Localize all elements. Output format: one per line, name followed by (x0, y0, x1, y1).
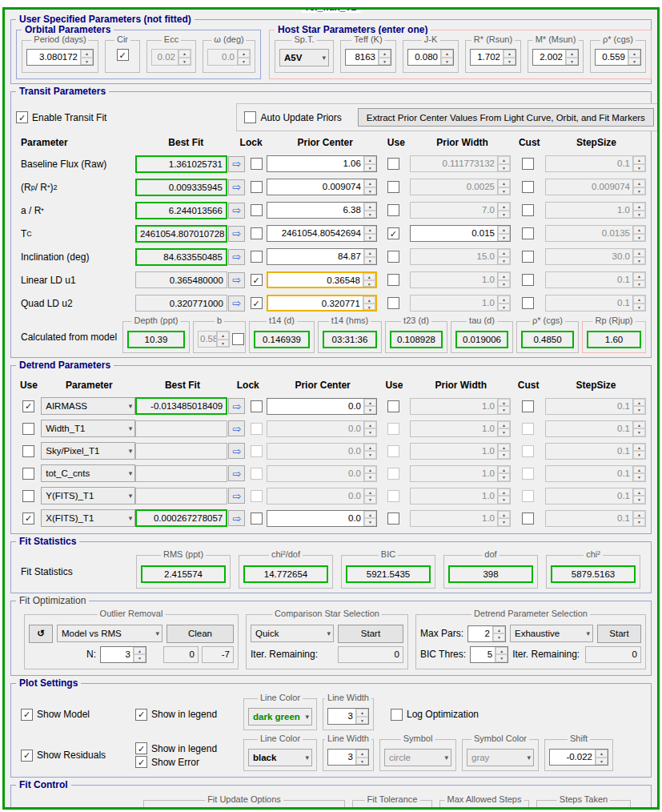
custom-stepsize-checkbox[interactable] (522, 297, 534, 309)
use-prior-checkbox[interactable] (387, 251, 399, 263)
spinner-buttons[interactable]: ▲▼ (363, 179, 376, 195)
auto-update-priors-checkbox-box[interactable] (244, 111, 256, 123)
transfer-best-fit-to-prior-button[interactable]: ⇨ (228, 488, 245, 504)
spinner-buttons[interactable]: ▲▼ (363, 203, 376, 218)
custom-stepsize-checkbox[interactable] (522, 251, 534, 263)
spin-up-icon[interactable]: ▲ (356, 750, 368, 758)
model-line-color-select[interactable]: dark green▾ (248, 708, 312, 726)
use-prior-checkbox[interactable] (387, 204, 399, 216)
spin-down-icon[interactable]: ▼ (364, 257, 376, 265)
show-residuals-checkbox-box[interactable]: ✓ (21, 750, 33, 762)
spin-down-icon[interactable]: ▼ (566, 58, 578, 66)
spin-up-icon[interactable]: ▲ (364, 511, 376, 519)
period-field[interactable]: 3.080172▲▼ (26, 49, 94, 66)
spin-up-icon[interactable]: ▲ (596, 750, 608, 758)
use-prior-checkbox[interactable] (387, 158, 399, 170)
spin-up-icon[interactable]: ▲ (364, 203, 376, 211)
spinner-buttons[interactable]: ▲▼ (363, 511, 376, 526)
spin-down-icon[interactable]: ▼ (364, 406, 376, 414)
spin-down-icon[interactable]: ▼ (495, 654, 508, 662)
spin-up-icon[interactable]: ▲ (134, 647, 146, 655)
use-prior-checkbox[interactable] (387, 297, 399, 309)
transfer-best-fit-to-prior-button[interactable]: ⇨ (228, 203, 245, 219)
show-error-checkbox-box[interactable]: ✓ (135, 756, 147, 768)
prior-center-field[interactable]: 0.36548▲▼ (267, 271, 377, 288)
spin-down-icon[interactable]: ▼ (81, 58, 93, 66)
outlier-method-select[interactable]: Model vs RMS▾ (57, 625, 162, 642)
spectral-type-select[interactable]: A5V▾ (279, 49, 329, 66)
rstar-field[interactable]: 1.702▲▼ (470, 49, 516, 66)
spin-down-icon[interactable]: ▼ (364, 518, 376, 526)
lock-checkbox[interactable] (251, 513, 263, 525)
use-prior-checkbox[interactable] (387, 274, 399, 286)
transfer-best-fit-to-prior-button[interactable]: ⇨ (228, 465, 245, 481)
spinner-buttons[interactable]: ▲▼ (363, 156, 376, 171)
spin-down-icon[interactable]: ▼ (493, 633, 505, 641)
max-pars-field[interactable]: 2▲▼ (467, 625, 506, 642)
residuals-show-in-legend-checkbox-box[interactable]: ✓ (135, 742, 147, 754)
enable-transit-fit-checkbox[interactable]: ✓ Enable Transit Fit (16, 111, 106, 123)
prior-center-field[interactable]: 1.06▲▼ (267, 155, 377, 172)
enable-transit-fit-checkbox-box[interactable]: ✓ (16, 111, 28, 123)
transfer-best-fit-to-prior-button[interactable]: ⇨ (228, 272, 245, 288)
spin-up-icon[interactable]: ▲ (364, 156, 376, 164)
spin-up-icon[interactable]: ▲ (493, 626, 505, 634)
show-residuals-checkbox[interactable]: ✓ Show Residuals (16, 750, 130, 762)
detrend-parameter-select[interactable]: Y(FITS)_T1▾ (41, 487, 135, 504)
spin-up-icon[interactable]: ▲ (566, 50, 578, 58)
show-error-checkbox[interactable]: ✓ Show Error (135, 756, 238, 768)
detrend-selection-start-button[interactable]: Start (597, 625, 641, 643)
spinner-buttons[interactable]: ▲▼ (565, 50, 578, 65)
spinner-buttons[interactable]: ▲▼ (363, 296, 375, 310)
model-line-width-field[interactable]: 3▲▼ (327, 708, 369, 725)
custom-stepsize-checkbox[interactable] (522, 400, 534, 412)
use-detrend-checkbox[interactable] (22, 490, 34, 502)
teff-field[interactable]: 8163▲▼ (345, 49, 391, 66)
residuals-line-width-field[interactable]: 3▲▼ (327, 749, 369, 766)
spin-up-icon[interactable]: ▲ (441, 50, 453, 58)
auto-update-priors-checkbox[interactable]: Auto Update Priors (244, 111, 341, 123)
spin-up-icon[interactable]: ▲ (495, 647, 508, 655)
use-prior-checkbox[interactable] (387, 513, 399, 525)
spinner-buttons[interactable]: ▲▼ (497, 226, 510, 241)
lock-checkbox[interactable]: ✓ (251, 274, 263, 286)
spin-up-icon[interactable]: ▲ (364, 179, 376, 187)
lock-checkbox[interactable] (251, 181, 263, 193)
spin-down-icon[interactable]: ▼ (596, 758, 608, 766)
spin-down-icon[interactable]: ▼ (363, 280, 375, 287)
spinner-buttons[interactable]: ▲▼ (440, 50, 453, 65)
transfer-best-fit-to-prior-button[interactable]: ⇨ (228, 295, 245, 312)
custom-stepsize-checkbox[interactable] (522, 513, 534, 525)
prior-center-field[interactable]: 6.38▲▼ (267, 202, 377, 219)
spinner-buttons[interactable]: ▲▼ (378, 50, 391, 65)
mstar-field[interactable]: 2.002▲▼ (532, 49, 579, 66)
spin-up-icon[interactable]: ▲ (364, 249, 376, 257)
show-model-checkbox-box[interactable]: ✓ (21, 709, 33, 721)
rhostar-field[interactable]: 0.559▲▼ (595, 49, 641, 66)
update-fit-now-button[interactable]: Update Fit Now (237, 809, 340, 810)
spinner-buttons[interactable]: ▲▼ (503, 50, 516, 65)
undo-outlier-removal-button[interactable]: ↺ (29, 625, 53, 643)
prior-center-field[interactable]: 0.009074▲▼ (267, 179, 377, 195)
extract-prior-centers-button[interactable]: Extract Prior Center Values From Light C… (358, 108, 654, 127)
spin-up-icon[interactable]: ▲ (364, 399, 376, 407)
spinner-buttons[interactable]: ▲▼ (355, 750, 368, 765)
lock-checkbox[interactable] (251, 227, 263, 239)
transfer-best-fit-to-prior-button[interactable]: ⇨ (228, 443, 245, 459)
detrend-parameter-select[interactable]: X(FITS)_T1▾ (41, 509, 135, 527)
spin-up-icon[interactable]: ▲ (379, 50, 391, 58)
spin-up-icon[interactable]: ▲ (363, 273, 375, 280)
use-detrend-checkbox[interactable]: ✓ (22, 513, 34, 525)
log-optimization-checkbox-box[interactable] (391, 709, 403, 721)
spinner-buttons[interactable]: ▲▼ (363, 226, 376, 241)
spin-up-icon[interactable]: ▲ (498, 226, 510, 234)
spinner-buttons[interactable]: ▲▼ (492, 626, 505, 641)
log-optimization-checkbox[interactable]: Log Optimization (391, 709, 479, 721)
custom-stepsize-checkbox[interactable] (522, 181, 534, 193)
prior-center-field[interactable]: 84.87▲▼ (267, 248, 377, 265)
spin-up-icon[interactable]: ▲ (356, 709, 368, 717)
spinner-buttons[interactable]: ▲▼ (495, 647, 508, 662)
spin-up-icon[interactable]: ▲ (628, 50, 640, 58)
spin-down-icon[interactable]: ▼ (364, 211, 376, 219)
spin-down-icon[interactable]: ▼ (363, 303, 375, 311)
